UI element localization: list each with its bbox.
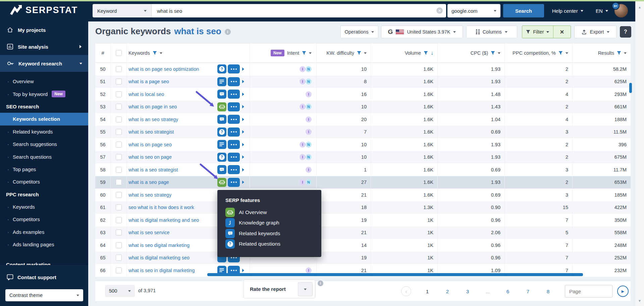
keyword-link[interactable]: what is a seo strategist	[128, 167, 178, 172]
chevron-down-icon[interactable]	[498, 52, 500, 54]
row-checkbox[interactable]	[116, 230, 122, 236]
knowledge-graph-icon[interactable]	[225, 218, 235, 227]
page-number-2[interactable]: 2	[443, 289, 451, 294]
more-actions-icon[interactable]	[228, 102, 240, 111]
related-questions-icon[interactable]: ?	[217, 64, 226, 73]
sidebar-item-competitors[interactable]: ·Competitors	[0, 213, 88, 225]
sort-desc-icon[interactable]: ↓	[431, 50, 433, 56]
window-scrollbar[interactable]: ▲ ▼	[635, 1, 644, 306]
funnel-icon[interactable]	[302, 51, 306, 55]
ai-overview-icon[interactable]	[225, 208, 235, 217]
sidebar-item-ads-examples[interactable]: ·Ads examples	[0, 226, 88, 238]
row-checkbox[interactable]	[116, 104, 122, 110]
keyword-link[interactable]: what is digital marketing and seo	[128, 217, 199, 223]
chevron-down-icon[interactable]	[309, 52, 312, 54]
row-checkbox[interactable]	[116, 217, 122, 223]
funnel-icon[interactable]	[424, 51, 428, 55]
keyword-link[interactable]: what is a page seo	[128, 79, 169, 84]
sidebar-item-competitors[interactable]: ·Competitors	[0, 175, 88, 188]
horizontal-scrollbar-thumb[interactable]	[207, 273, 583, 276]
keyword-link[interactable]: what is an seo strategy	[128, 117, 178, 122]
header-cpc[interactable]: CPC ($)	[438, 44, 505, 62]
funnel-icon[interactable]	[491, 51, 495, 55]
search-engine-select[interactable]: google.com	[447, 4, 500, 17]
expand-row-icon[interactable]	[242, 93, 244, 96]
clear-search-icon[interactable]: ✕	[436, 7, 443, 14]
columns-button[interactable]: Columns	[466, 26, 517, 38]
more-actions-icon[interactable]	[228, 140, 240, 149]
more-actions-icon[interactable]	[228, 165, 240, 174]
related-keywords-icon[interactable]	[217, 115, 226, 124]
row-checkbox[interactable]	[116, 267, 122, 273]
table-scrollbar-thumb[interactable]	[629, 83, 632, 93]
related-questions-icon[interactable]: ?	[225, 239, 235, 249]
page-number-7[interactable]: 7	[524, 289, 532, 294]
sidebar-item-search-suggestions[interactable]: ·Search suggestions	[0, 138, 88, 150]
header-ppc-competition[interactable]: PPC competition, %	[505, 44, 573, 62]
more-actions-icon[interactable]	[228, 77, 240, 86]
help-button[interactable]: ?	[620, 26, 631, 38]
expand-row-icon[interactable]	[242, 130, 244, 134]
more-actions-icon[interactable]	[228, 64, 240, 73]
chevron-down-icon[interactable]	[624, 52, 627, 54]
row-checkbox[interactable]	[116, 116, 122, 122]
contrast-theme-select[interactable]: Contrast theme	[5, 289, 83, 301]
expand-row-icon[interactable]	[242, 143, 244, 146]
expand-row-icon[interactable]	[242, 269, 244, 272]
related-keywords-icon[interactable]	[217, 90, 226, 99]
sidebar-item-top-by-keyword[interactable]: ·Top by keywordNew	[0, 88, 88, 100]
keyword-link[interactable]: seo what is it how does it work	[128, 205, 194, 210]
page-number-1[interactable]: 1	[423, 289, 431, 294]
scroll-up-icon[interactable]: ▲	[638, 5, 641, 9]
row-checkbox[interactable]	[116, 142, 122, 148]
search-input[interactable]	[152, 4, 446, 17]
keyword-link[interactable]: what is seo service	[128, 230, 170, 235]
clear-filter-button[interactable]: ✕	[553, 26, 571, 38]
row-checkbox[interactable]	[116, 255, 122, 261]
search-suggestions-icon[interactable]	[217, 77, 226, 86]
more-actions-icon[interactable]	[228, 90, 240, 99]
expand-row-icon[interactable]	[242, 118, 244, 121]
sidebar-item-keyword-research[interactable]: Keyword research	[0, 55, 88, 72]
funnel-icon[interactable]	[617, 51, 621, 55]
header-keywords[interactable]: Keywords	[127, 44, 250, 62]
chevron-down-icon[interactable]	[566, 52, 568, 54]
scroll-down-icon[interactable]: ▼	[638, 299, 641, 303]
row-checkbox[interactable]	[116, 79, 122, 85]
page-number-6[interactable]: 6	[504, 289, 512, 294]
expand-row-icon[interactable]	[242, 67, 244, 71]
search-suggestions-icon[interactable]	[217, 140, 226, 149]
funnel-icon[interactable]	[357, 51, 361, 55]
funnel-icon[interactable]	[153, 51, 157, 55]
keyword-link[interactable]: what is a seo page	[128, 180, 169, 185]
page-input[interactable]	[565, 285, 612, 298]
chevron-down-icon[interactable]	[364, 52, 367, 54]
header-kw-difficulty[interactable]: KW. difficulty	[317, 44, 371, 62]
region-select-button[interactable]: G United States 3.97K	[381, 26, 463, 38]
sidebar-item-site-analysis[interactable]: Site analysis	[0, 38, 88, 55]
sidebar-item-keywords[interactable]: ·Keywords	[0, 201, 88, 213]
keyword-link[interactable]: what is seo on page	[128, 154, 172, 160]
header-volume[interactable]: Volume ↓	[371, 44, 438, 62]
keyword-link[interactable]: what is local seo	[128, 92, 164, 97]
funnel-icon[interactable]	[558, 51, 563, 55]
keyword-link[interactable]: what is on page in seo	[128, 104, 177, 109]
chevron-down-icon[interactable]	[160, 52, 162, 54]
next-page-button[interactable]: ▶	[617, 286, 629, 297]
related-keywords-icon[interactable]	[225, 229, 235, 238]
row-checkbox[interactable]	[116, 66, 122, 72]
contact-support-button[interactable]: Contact support	[0, 268, 88, 286]
row-checkbox[interactable]	[116, 192, 122, 198]
search-type-select[interactable]: Keyword	[93, 4, 152, 17]
related-questions-icon[interactable]: ?	[217, 128, 226, 137]
language-menu[interactable]: EN	[596, 0, 608, 21]
more-actions-icon[interactable]	[228, 153, 240, 162]
expand-row-icon[interactable]	[242, 80, 244, 83]
select-all-checkbox[interactable]	[116, 50, 122, 56]
sidebar-item-my-projects[interactable]: My projects	[0, 21, 88, 38]
sidebar-item-overview[interactable]: ·Overview	[0, 75, 88, 88]
row-checkbox[interactable]	[116, 179, 122, 185]
info-icon[interactable]: i	[225, 29, 231, 35]
expand-row-icon[interactable]	[242, 155, 244, 159]
sidebar-item-top-pages[interactable]: ·Top pages	[0, 163, 88, 175]
